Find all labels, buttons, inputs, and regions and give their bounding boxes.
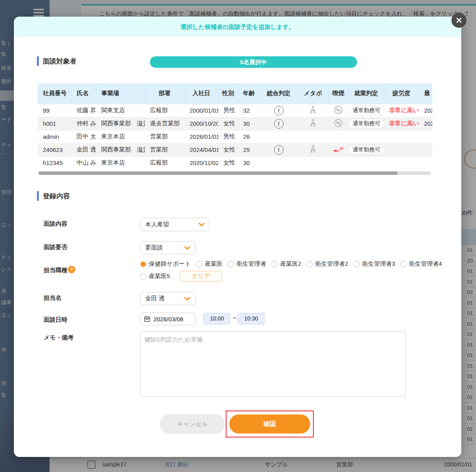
table-header-row: 社員番号 氏名 事業場 部署 入社日 性別 年齢 総合判定 メタボ 喫煙 就業判… xyxy=(38,83,432,104)
col-overall: 総合判定 xyxy=(260,83,298,104)
alert-icon: ! xyxy=(274,119,284,129)
col-name: 氏名 xyxy=(71,83,96,104)
cell-dept: 過去営業部 xyxy=(145,117,184,130)
table-row[interactable]: 240623 金田 透 関西事業部 滋賀… 営業部 2024/04/01 女性 … xyxy=(38,143,432,156)
col-dept: 部署 xyxy=(145,83,184,104)
cell-office: 関西事業部 滋賀… xyxy=(96,117,145,130)
cell-id: 240623 xyxy=(38,143,71,156)
cell-gender: 男性 xyxy=(218,104,238,117)
interview-schedule-modal: 選択した候補者の面談予定を追加します。 面談対象者 5名選択中 社員番号 氏名 … xyxy=(14,17,461,457)
interview-content-select[interactable]: 本人希望 xyxy=(140,218,210,231)
cell-hire: 2000/10/20 xyxy=(184,117,218,130)
memo-label: メモ・備考 xyxy=(44,334,74,342)
date-input[interactable]: 2026/03/08 xyxy=(140,313,196,325)
cell-gender: 女性 xyxy=(218,143,238,156)
radio-option[interactable]: 衛生管理者4 xyxy=(400,260,442,268)
cell-hire: 2024/04/01 xyxy=(184,143,218,156)
cell-age: 30 xyxy=(238,117,260,130)
radio-icon xyxy=(196,261,202,267)
cell-dept: 広報部 xyxy=(145,104,184,117)
cell-name: 仲村 みほ xyxy=(71,117,96,130)
cell-id: 99 xyxy=(38,104,71,117)
time-range-separator: ～ xyxy=(232,314,238,322)
cell-office: 関東支店 xyxy=(96,104,145,117)
radio-option[interactable]: 衛生管理者 xyxy=(228,260,266,268)
cell-gender: 男性 xyxy=(218,130,238,143)
cell-name: 田中 太郎 xyxy=(71,130,96,143)
work-status-pill: 通常勤務可 xyxy=(348,119,384,129)
col-employee-id: 社員番号 xyxy=(38,83,71,104)
col-metabo: メタボ xyxy=(298,83,328,104)
interview-need-label: 面談要否 xyxy=(44,244,67,251)
cell-gender: 女性 xyxy=(218,156,238,169)
interview-need-value: 要面談 xyxy=(145,244,163,251)
radio-option[interactable]: 産業医5 xyxy=(140,272,170,280)
radio-icon xyxy=(140,273,146,280)
radio-option[interactable]: 産業医2 xyxy=(271,260,301,268)
register-section-header: 登録内容 xyxy=(37,191,70,201)
chevron-down-icon xyxy=(184,246,190,250)
alert-icon: ! xyxy=(274,145,284,155)
cell-office: 関西事業部 滋賀… xyxy=(96,143,145,156)
interview-need-select[interactable]: 要面談 xyxy=(140,241,196,254)
table-row[interactable]: h001 仲村 みほ 関西事業部 滋賀… 過去営業部 2000/10/20 女性… xyxy=(38,117,432,130)
col-age: 年齢 xyxy=(238,83,260,104)
scrollbar-thumb[interactable] xyxy=(38,171,397,175)
start-time-input[interactable]: 10:00 xyxy=(203,313,230,324)
role-radio-row-1: 保健師サポート 産業医 衛生管理者 産業医2 衛生管理者2 衛生管理者3 衛生管… xyxy=(140,260,447,268)
table-horizontal-scrollbar[interactable] xyxy=(38,171,431,175)
table-row[interactable]: 99 佐藤 昇 関東支店 広報部 2000/01/01 男性 32 ! 通常勤務… xyxy=(38,104,432,117)
targets-section-title: 面談対象者 xyxy=(43,57,77,66)
fatigue-level: 非常に高い xyxy=(384,104,419,117)
close-button[interactable] xyxy=(451,13,466,28)
staff-select[interactable]: 金田 透 xyxy=(140,292,196,305)
datetime-label: 面談日時 xyxy=(44,316,67,324)
modal-banner: 選択した候補者の面談予定を追加します。 xyxy=(14,17,461,37)
candidates-table: 社員番号 氏名 事業場 部署 入社日 性別 年齢 総合判定 メタボ 喫煙 就業判… xyxy=(38,83,432,171)
smoking-icon xyxy=(333,145,344,153)
cancel-button[interactable]: キャンセル xyxy=(160,414,225,434)
col-last: 最 xyxy=(419,83,432,104)
cell-age: 26 xyxy=(238,130,260,143)
chevron-down-icon xyxy=(198,223,205,226)
cell-id: admin xyxy=(38,130,71,143)
end-time-input[interactable]: 10:30 xyxy=(238,313,265,324)
col-smoking: 喫煙 xyxy=(328,83,348,104)
work-status-pill: 通常勤務可 xyxy=(348,106,384,115)
register-section-title: 登録内容 xyxy=(43,192,70,201)
no-smoking-icon xyxy=(334,105,343,115)
clear-button[interactable]: クリア xyxy=(180,271,222,282)
radio-option[interactable]: 保健師サポート xyxy=(140,260,191,268)
cell-office: 東京本店 xyxy=(96,130,145,143)
staff-label: 担当名 xyxy=(44,294,61,302)
cell-hire: 2020/11/02 xyxy=(184,156,218,169)
radio-selected-icon xyxy=(140,261,146,267)
role-label: 担当職種 xyxy=(44,267,67,274)
cell-office: 東京本店 xyxy=(96,156,145,169)
targets-section-header: 面談対象者 xyxy=(37,56,77,66)
help-icon[interactable]: ? xyxy=(68,266,75,273)
radio-icon xyxy=(271,261,278,267)
table-row[interactable]: h12345 中山 みく 東京本店 広報部 2020/11/02 女性 30 xyxy=(38,156,432,169)
table-row[interactable]: admin 田中 太郎 東京本店 営業部 2026/01/01 男性 26 xyxy=(38,130,432,143)
col-office: 事業場 xyxy=(96,83,145,104)
confirm-button[interactable]: 確認 xyxy=(229,414,310,434)
person-icon xyxy=(309,145,317,153)
staff-value: 金田 透 xyxy=(145,295,165,302)
cell-hire: 2026/01/01 xyxy=(184,130,218,143)
cell-id: h001 xyxy=(38,117,71,130)
radio-option[interactable]: 衛生管理者2 xyxy=(306,260,348,268)
radio-option[interactable]: 産業医 xyxy=(196,260,223,268)
cell-name: 金田 透 xyxy=(71,143,96,156)
col-gender: 性別 xyxy=(218,83,238,104)
col-fatigue: 疲労度 xyxy=(384,83,419,104)
calendar-icon xyxy=(144,316,150,322)
person-icon xyxy=(309,106,317,114)
radio-icon xyxy=(353,261,360,267)
cell-dept: 営業部 xyxy=(145,143,184,156)
memo-textarea[interactable] xyxy=(140,332,406,397)
date-value: 2026/03/08 xyxy=(154,316,183,322)
radio-option[interactable]: 衛生管理者3 xyxy=(353,260,395,268)
interview-content-value: 本人希望 xyxy=(145,221,169,228)
cell-hire: 2000/01/01 xyxy=(184,104,218,117)
